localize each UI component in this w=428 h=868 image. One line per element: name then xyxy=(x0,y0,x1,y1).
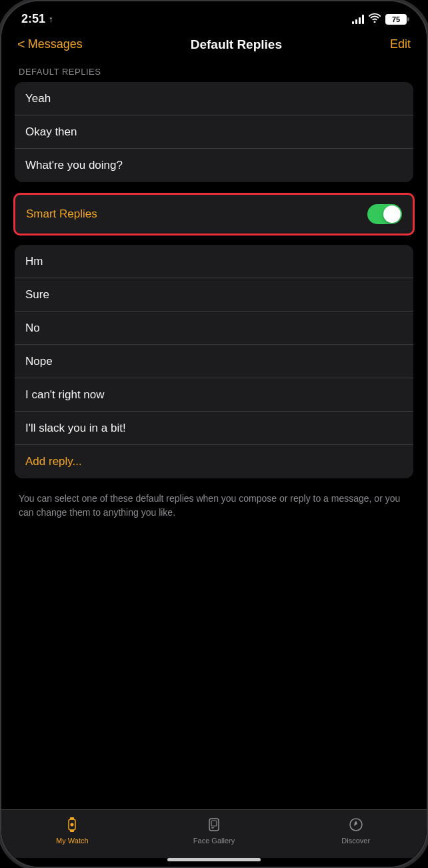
battery-level: 75 xyxy=(392,15,400,23)
back-label: Messages xyxy=(28,37,83,51)
location-icon: ↑ xyxy=(49,14,53,24)
list-item[interactable]: I'll slack you in a bit! xyxy=(15,412,413,445)
add-reply-button[interactable]: Add reply... xyxy=(15,445,413,478)
list-item[interactable]: No xyxy=(15,312,413,345)
section-label: DEFAULT REPLIES xyxy=(15,67,413,77)
tab-face-gallery-label: Face Gallery xyxy=(193,837,235,845)
battery-icon: 75 xyxy=(385,14,407,25)
reply-text: Hm xyxy=(25,255,43,268)
home-indicator xyxy=(167,858,261,861)
status-icons: 75 xyxy=(352,13,407,25)
reply-text: I'll slack you in a bit! xyxy=(25,422,126,435)
svg-rect-2 xyxy=(70,830,74,833)
smart-replies-list: Hm Sure No Nope I can't right now I'll s… xyxy=(15,245,413,478)
svg-rect-5 xyxy=(211,821,217,826)
svg-point-3 xyxy=(71,823,74,827)
my-watch-icon xyxy=(63,815,81,834)
back-button[interactable]: < Messages xyxy=(17,37,83,52)
add-reply-label: Add reply... xyxy=(25,455,82,468)
status-bar: 2:51 ↑ 75 xyxy=(1,1,427,31)
reply-text: Yeah xyxy=(25,92,51,105)
dynamic-island xyxy=(204,11,224,19)
status-time: 2:51 ↑ xyxy=(21,12,53,26)
tab-my-watch-label: My Watch xyxy=(56,837,89,845)
tab-my-watch[interactable]: My Watch xyxy=(1,815,143,845)
main-content: DEFAULT REPLIES Yeah Okay then What're y… xyxy=(1,60,427,809)
list-item[interactable]: Yeah xyxy=(15,82,413,115)
tab-face-gallery[interactable]: Face Gallery xyxy=(143,815,285,845)
svg-marker-8 xyxy=(354,821,357,826)
smart-replies-toggle[interactable] xyxy=(367,204,402,224)
reply-text: Nope xyxy=(25,355,53,368)
list-item[interactable]: Sure xyxy=(15,278,413,312)
svg-rect-6 xyxy=(211,827,214,829)
svg-rect-1 xyxy=(70,817,74,820)
top-replies-list: Yeah Okay then What're you doing? xyxy=(15,82,413,182)
tab-discover[interactable]: Discover xyxy=(285,815,427,845)
edit-button[interactable]: Edit xyxy=(390,37,411,51)
list-item[interactable]: Hm xyxy=(15,245,413,278)
tab-bar: My Watch Face Gallery xyxy=(1,809,427,858)
footer-description: You can select one of these default repl… xyxy=(15,489,413,533)
nav-header: < Messages Default Replies Edit xyxy=(1,31,427,60)
page-title: Default Replies xyxy=(191,37,282,52)
wifi-icon xyxy=(369,13,381,25)
list-item[interactable]: Nope xyxy=(15,345,413,378)
face-gallery-icon xyxy=(205,815,223,834)
tab-discover-label: Discover xyxy=(341,837,370,845)
reply-text: I can't right now xyxy=(25,388,105,402)
signal-icon xyxy=(352,15,364,24)
smart-replies-label: Smart Replies xyxy=(26,207,97,221)
back-chevron-icon: < xyxy=(17,37,25,52)
bottom-area: My Watch Face Gallery xyxy=(1,809,427,867)
phone-frame: 2:51 ↑ 75 xyxy=(0,0,428,868)
smart-replies-row[interactable]: Smart Replies xyxy=(13,193,415,236)
list-item[interactable]: Okay then xyxy=(15,115,413,149)
list-item[interactable]: I can't right now xyxy=(15,378,413,412)
reply-text: No xyxy=(25,322,40,335)
screen: 2:51 ↑ 75 xyxy=(1,1,427,867)
discover-icon xyxy=(347,815,365,834)
reply-text: Okay then xyxy=(25,125,77,139)
time-display: 2:51 xyxy=(21,12,45,26)
toggle-knob xyxy=(383,205,401,223)
reply-text: What're you doing? xyxy=(25,159,123,172)
list-item[interactable]: What're you doing? xyxy=(15,149,413,182)
reply-text: Sure xyxy=(25,288,49,302)
